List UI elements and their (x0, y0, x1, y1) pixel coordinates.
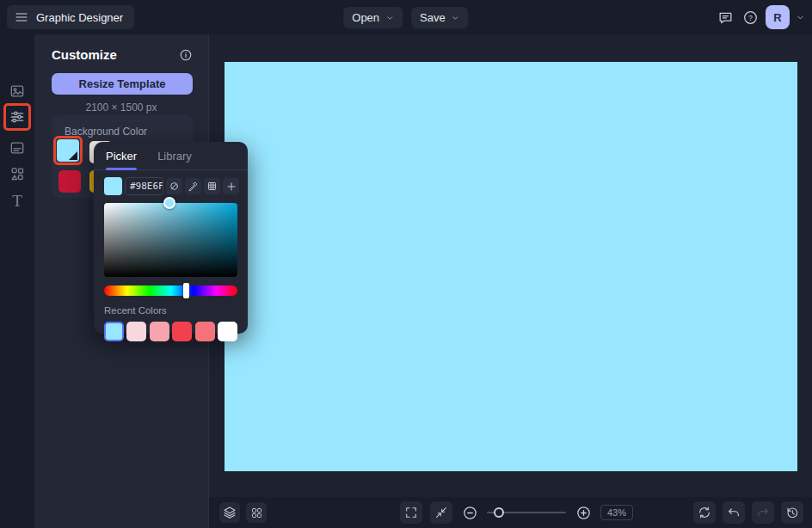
file-actions: Open Save (343, 7, 468, 28)
topbar-right: ? R (716, 0, 805, 34)
tool-rail: T (0, 34, 34, 528)
customize-sliders-icon[interactable] (7, 107, 28, 127)
recent-color-swatch[interactable] (218, 322, 237, 341)
chevron-down-icon (452, 14, 460, 22)
zoom-percent[interactable]: 43% (600, 505, 633, 520)
fullscreen-icon[interactable] (400, 501, 422, 524)
eyedropper-icon[interactable] (185, 178, 201, 194)
objects-shapes-icon[interactable] (7, 163, 28, 184)
layout-card-icon[interactable] (7, 138, 28, 158)
app-title: Graphic Designer (36, 11, 123, 24)
account-chevron-down-icon[interactable] (796, 13, 805, 22)
template-size: 2100 × 1500 px (34, 101, 208, 114)
top-bar: Graphic Designer Open Save ? R (0, 0, 812, 34)
recent-color-swatch[interactable] (104, 322, 124, 341)
hex-color-input[interactable] (125, 177, 163, 195)
undo-icon[interactable] (723, 501, 745, 524)
avatar[interactable]: R (766, 5, 790, 29)
recent-color-swatch[interactable] (150, 322, 169, 341)
chevron-down-icon (385, 14, 394, 22)
comments-icon[interactable] (716, 8, 735, 27)
background-swatch-selected[interactable] (57, 139, 79, 162)
background-color-label: Background Color (52, 115, 193, 138)
fit-screen-icon[interactable] (430, 501, 452, 524)
svg-text:?: ? (748, 13, 753, 21)
sync-icon[interactable] (693, 501, 716, 524)
save-button[interactable]: Save (411, 7, 469, 28)
tab-library[interactable]: Library (157, 150, 192, 169)
zoom-out-icon[interactable] (460, 503, 479, 522)
info-icon[interactable] (179, 48, 193, 62)
templates-image-icon[interactable] (7, 81, 28, 101)
panel-title: Customize (52, 47, 117, 62)
recent-colors-row (104, 322, 237, 341)
bottom-toolbar: 43% (208, 497, 812, 528)
annotation-highlight-swatch (53, 136, 83, 165)
text-tool-icon[interactable]: T (7, 191, 28, 212)
palette-grid-icon[interactable] (204, 178, 220, 194)
recent-color-swatch[interactable] (172, 322, 192, 341)
hue-slider[interactable] (104, 285, 237, 296)
zoom-slider-handle[interactable] (494, 507, 504, 518)
color-picker-tabs: Picker Library (94, 142, 248, 170)
main-menu-button[interactable]: Graphic Designer (7, 5, 134, 29)
saturation-handle[interactable] (163, 197, 175, 209)
resize-template-button[interactable]: Resize Template (52, 73, 193, 95)
recent-color-swatch[interactable] (195, 322, 215, 341)
saturation-gradient-area[interactable] (104, 203, 237, 277)
help-icon[interactable]: ? (741, 8, 760, 27)
hamburger-menu-icon (15, 10, 28, 24)
redo-icon[interactable] (752, 501, 774, 524)
hue-handle[interactable] (183, 283, 189, 298)
zoom-slider[interactable] (487, 503, 566, 522)
recent-color-swatch[interactable] (126, 322, 146, 341)
recent-colors-label: Recent Colors (104, 305, 237, 316)
pages-grid-icon[interactable] (246, 502, 267, 523)
open-button[interactable]: Open (343, 7, 403, 28)
design-canvas[interactable] (225, 62, 797, 471)
tab-picker[interactable]: Picker (106, 150, 137, 169)
history-icon[interactable] (781, 501, 803, 524)
layers-icon[interactable] (219, 502, 240, 523)
background-swatch[interactable] (58, 170, 81, 193)
current-color-swatch[interactable] (104, 177, 122, 195)
zoom-in-icon[interactable] (574, 503, 593, 522)
add-color-icon[interactable] (223, 178, 239, 194)
no-color-icon[interactable] (166, 178, 182, 194)
color-picker-popup: Picker Library Recent Colors (94, 142, 248, 334)
canvas-area (208, 34, 812, 497)
